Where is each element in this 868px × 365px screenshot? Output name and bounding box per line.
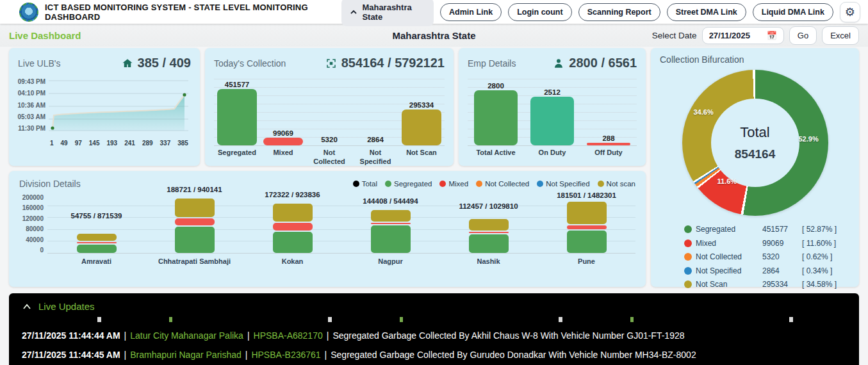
stack-kokan: 172322 / 923836 [273,202,313,253]
scan-icon [325,58,337,69]
division-legend: Total Segregated Mixed Not Collected Not… [353,180,635,188]
collection-bifurcation-card: Collection Bifurcation Total 854164 52.9… [651,48,859,287]
bar-on-duty: 2512 [530,77,574,145]
donut-center-label: Total [740,124,769,141]
todays-collection-card: Today's Collection 854164 / 5792121 4515… [205,48,454,166]
date-input-wrap: 📅 [702,27,784,44]
calendar-icon[interactable]: 📅 [767,31,777,40]
cat-label: Mixed [261,149,306,166]
todays-collection-value: 854164 / 5792121 [341,56,445,70]
slice-label-segregated: 52.9% [799,135,819,143]
live-ulbs-value: 385 / 409 [138,56,191,70]
y-tick: 09:43 PM [13,78,45,85]
street-dma-link-button[interactable]: Street DMA Link [667,3,746,21]
legend-row-not-specified: Not Specified 2864 [ 0.34% ] [684,266,850,275]
live-updates-panel: Live Updates 27/11/2025 11:44:44 AM|Latu… [9,293,859,365]
legend-row-segregated: Segregated 451577 [ 52.87% ] [684,225,850,234]
todays-collection-chart: 451577 99069 5320 2864 [214,77,445,146]
app-logo [19,3,38,22]
live-ulbs-card: Live ULB's 385 / 409 09:43 PM 04:10 PM 1… [9,48,200,166]
sub-header-bar: Live Dashboard Maharashtra State Select … [0,24,868,47]
division-x-labels: Amravati Chhatrapati Sambhaji Kokan Nagp… [9,254,646,265]
donut-center-value: 854164 [735,147,775,161]
chevron-up-icon [350,9,357,15]
stack-chhatrapati-sambhaji: 188721 / 940141 [175,197,215,253]
slice-label-mixed: 11.6% [717,177,737,185]
bar-segregated: 451577 [217,77,257,145]
live-ulbs-title: Live ULB's [18,58,60,69]
emp-details-value: 2800 / 6561 [569,56,637,70]
legend-row-not-scan: Not Scan 295334 [ 34.58% ] [684,280,850,289]
cat-label: Segregated [215,149,259,166]
cat-label: Off Duty [586,149,631,158]
emp-details-card: Emp Details 2800 / 6561 2800 2512 [459,48,646,166]
live-dashboard-label: Live Dashboard [9,30,81,41]
person-icon [553,58,564,69]
clipped-update-row [22,317,846,322]
division-details-card: Division Details Total Segregated Mixed … [9,171,646,287]
division-chart: 200000160000 12000080000 400000 54755 / … [9,189,646,254]
y-tick: 04:10 PM [13,90,45,97]
stack-nagpur: 144408 / 544494 [371,209,411,253]
area-chart-svg [49,78,188,134]
stack-pune: 181501 / 1482301 [567,200,607,253]
cat-label: Not Collected [307,149,352,166]
bar-mixed: 99069 [263,77,303,145]
state-selector-label: Maharashtra State [362,3,425,22]
division-details-title: Division Details [19,179,81,189]
state-selector[interactable]: Maharashtra State [341,0,434,26]
bar-off-duty: 288 [587,77,630,145]
slice-label-not-scan: 34.6% [694,108,714,116]
collection-bifurcation-title: Collection Bifurcation [660,54,850,65]
todays-collection-title: Today's Collection [214,58,286,69]
update-row: 27/11/2025 11:44:44 AM|Latur City Mahana… [22,326,846,345]
gear-icon[interactable]: ⚙ [840,2,860,22]
y-tick: 10:36 AM [13,102,45,109]
app-title: ICT BASED MONITORING SYSTEM - STATE LEVE… [45,3,329,22]
update-row: 27/11/2025 11:44:45 AM|Bramhapuri Nagar … [22,345,846,364]
x-axis-labels: 149 97145 193241 289337 385 [9,137,190,147]
date-input[interactable] [709,31,762,40]
liquid-dma-link-button[interactable]: Liquid DMA Link [753,3,833,21]
emp-details-chart: 2800 2512 288 [468,77,637,146]
chevron-up-icon[interactable] [23,304,29,310]
go-button[interactable]: Go [789,26,817,45]
bar-not-scan: 295334 [402,77,441,145]
bifurcation-legend: Segregated 451577 [ 52.87% ] Mixed 99069… [684,225,850,289]
top-header-bar: ICT BASED MONITORING SYSTEM - STATE LEVE… [0,0,868,24]
donut-chart: Total 854164 52.9% 11.6% 34.6% [682,70,828,216]
y-tick: 11:30 PM [13,125,45,132]
bar-not-collected: 5320 [309,77,349,145]
bar-total-active: 2800 [474,77,518,145]
cat-label: Total Active [473,149,518,158]
bar-not-specified: 2864 [356,77,395,145]
stack-nashik: 112457 / 1029810 [469,218,509,253]
scanning-report-button[interactable]: Scanning Report [578,3,660,21]
y-tick: 05:03 AM [13,113,45,120]
select-date-label: Select Date [652,31,697,40]
admin-link-button[interactable]: Admin Link [440,3,502,21]
emp-details-title: Emp Details [468,58,516,69]
legend-row-not-collected: Not Collected 5320 [ 0.62% ] [684,252,850,261]
cat-label: Not Specified [353,149,398,166]
legend-row-mixed: Mixed 99069 [ 11.60% ] [684,239,850,248]
login-count-button[interactable]: Login count [508,3,572,21]
home-icon [122,58,133,69]
excel-button[interactable]: Excel [822,26,859,45]
cat-label: On Duty [530,149,575,158]
live-ulbs-chart: 09:43 PM 04:10 PM 10:36 AM 05:03 AM 11:3… [9,72,200,137]
stack-amravati: 54755 / 871539 [77,232,117,253]
cat-label: Not Scan [399,149,444,166]
live-updates-title: Live Updates [38,301,95,312]
